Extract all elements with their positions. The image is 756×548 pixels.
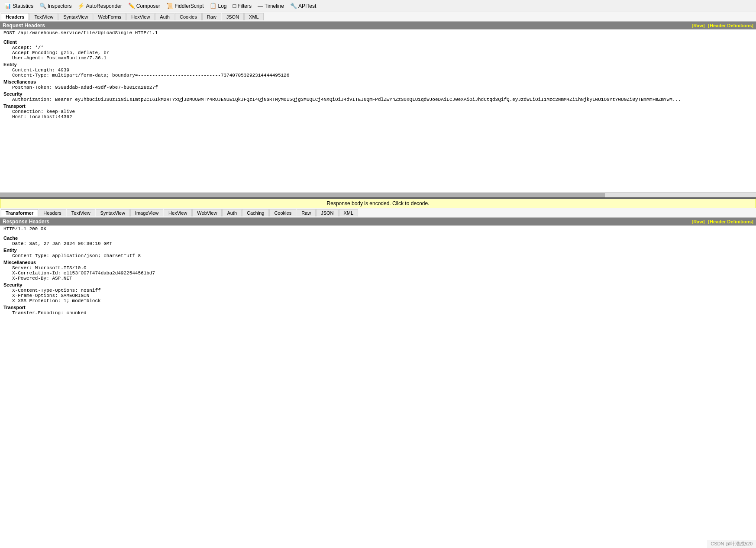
response-section-header: Response Headers Raw Header Definitions	[0, 218, 756, 226]
group-label-miscellaneous: Miscellaneous	[3, 260, 753, 265]
request-line: POST /api/warehouse-service/file/UpLoadS…	[0, 29, 756, 36]
group-label-client: Client	[3, 39, 753, 45]
main-area: HeadersTextViewSyntaxViewWebFormsHexView…	[0, 12, 756, 548]
toolbar-item-fiddlerscript[interactable]: 📜FiddlerScript	[164, 2, 206, 10]
response-tab-xml[interactable]: XML	[339, 209, 359, 216]
response-tab-caching[interactable]: Caching	[242, 209, 269, 216]
response-header-defs-link[interactable]: Header Definitions	[708, 219, 753, 224]
group-label-cache: Cache	[3, 235, 753, 241]
header-item: X-Content-Type-Options: nosniff	[3, 288, 753, 293]
toolbar-item-autoresponder[interactable]: ⚡AutoResponder	[75, 2, 124, 10]
decode-text: Response body is encoded. Click to decod…	[327, 200, 430, 206]
filters-label: Filters	[237, 3, 252, 9]
header-item: Accept-Encoding: gzip, deflate, br	[3, 50, 753, 55]
header-item: Transfer-Encoding: chunked	[3, 310, 753, 316]
request-tab-xml[interactable]: XML	[244, 13, 264, 20]
request-content: POST /api/warehouse-service/file/UpLoadS…	[0, 29, 756, 192]
request-tab-webforms[interactable]: WebForms	[94, 13, 126, 20]
request-tab-cookies[interactable]: Cookies	[175, 13, 202, 20]
header-item: User-Agent: PostmanRuntime/7.36.1	[3, 55, 753, 61]
response-section-title: Response Headers	[3, 219, 49, 225]
status-bar: CSDN @叶浩成520	[707, 540, 756, 548]
decode-bar[interactable]: Response body is encoded. Click to decod…	[0, 198, 756, 208]
response-groups: CacheDate: Sat, 27 Jan 2024 09:30:19 GMT…	[0, 232, 756, 317]
response-raw-link[interactable]: Raw	[692, 219, 705, 224]
request-tab-headers[interactable]: Headers	[1, 13, 29, 20]
group-label-security: Security	[3, 91, 753, 97]
fiddlerscript-label: FiddlerScript	[174, 3, 204, 9]
group-label-miscellaneous: Miscellaneous	[3, 79, 753, 84]
request-tab-bar: HeadersTextViewSyntaxViewWebFormsHexView…	[0, 12, 756, 22]
inspectors-icon: 🔍	[39, 3, 46, 9]
toolbar-item-statistics[interactable]: 📊Statistics	[2, 2, 36, 10]
scrollbar-thumb[interactable]	[0, 193, 605, 197]
response-tab-transformer[interactable]: Transformer	[1, 209, 38, 216]
request-tab-json[interactable]: JSON	[222, 13, 244, 20]
apitest-icon: 🔧	[290, 3, 297, 9]
fiddlerscript-icon: 📜	[166, 3, 173, 9]
response-tab-hexview[interactable]: HexView	[164, 209, 192, 216]
toolbar: 📊Statistics🔍Inspectors⚡AutoResponder✏️Co…	[0, 0, 756, 12]
response-tab-textview[interactable]: TextView	[67, 209, 95, 216]
toolbar-item-timeline[interactable]: —Timeline	[255, 2, 287, 10]
response-tab-webview[interactable]: WebView	[192, 209, 222, 216]
request-header-defs-link[interactable]: Header Definitions	[708, 23, 753, 28]
autoresponder-icon: ⚡	[78, 3, 84, 9]
statistics-icon: 📊	[4, 3, 11, 9]
toolbar-item-filters[interactable]: □Filters	[230, 2, 255, 10]
group-label-transport: Transport	[3, 305, 753, 310]
inspectors-label: Inspectors	[48, 3, 71, 9]
header-item: X-Powered-By: ASP.NET	[3, 276, 753, 281]
response-header-links: Raw Header Definitions	[692, 219, 754, 224]
statistics-label: Statistics	[13, 3, 33, 9]
group-label-entity: Entity	[3, 248, 753, 253]
group-label-entity: Entity	[3, 62, 753, 67]
response-tab-syntaxview[interactable]: SyntaxView	[96, 209, 130, 216]
response-tab-cookies[interactable]: Cookies	[269, 209, 296, 216]
response-tab-raw[interactable]: Raw	[297, 209, 316, 216]
toolbar-item-log[interactable]: 📋Log	[207, 2, 229, 10]
request-section-title: Request Headers	[3, 23, 45, 29]
header-item: Postman-Token: 9388ddab-ad8d-43df-9be7-b…	[3, 85, 753, 90]
log-icon: 📋	[210, 3, 216, 9]
request-panel: HeadersTextViewSyntaxViewWebFormsHexView…	[0, 12, 756, 198]
header-item: Authorization: Bearer eyJhbGciOiJSUzI1Ni…	[3, 97, 753, 102]
response-content: HTTP/1.1 200 OK CacheDate: Sat, 27 Jan 2…	[0, 226, 756, 548]
request-tab-hexview[interactable]: HexView	[126, 13, 155, 20]
response-tab-auth[interactable]: Auth	[222, 209, 242, 216]
response-tab-json[interactable]: JSON	[316, 209, 338, 216]
response-status-line: HTTP/1.1 200 OK	[0, 226, 756, 232]
response-tab-headers[interactable]: Headers	[39, 209, 66, 216]
request-header-links: Raw Header Definitions	[692, 23, 754, 28]
request-tab-raw[interactable]: Raw	[202, 13, 221, 20]
toolbar-item-inspectors[interactable]: 🔍Inspectors	[37, 2, 74, 10]
toolbar-item-composer[interactable]: ✏️Composer	[126, 2, 163, 10]
header-item: X-Correlation-Id: c1153f007f474daba2d492…	[3, 271, 753, 276]
scrollbar-track	[0, 193, 756, 197]
request-scrollbar[interactable]	[0, 192, 756, 197]
filters-icon: □	[233, 3, 236, 9]
timeline-label: Timeline	[265, 3, 284, 9]
header-item: X-Frame-Options: SAMEORIGIN	[3, 293, 753, 298]
header-item: Server: Microsoft-IIS/10.0	[3, 265, 753, 271]
header-item: Accept: */*	[3, 45, 753, 50]
toolbar-item-apitest[interactable]: 🔧APITest	[288, 2, 319, 10]
header-item: X-XSS-Protection: 1; mode=block	[3, 298, 753, 303]
request-tab-syntaxview[interactable]: SyntaxView	[58, 13, 93, 20]
request-tab-auth[interactable]: Auth	[155, 13, 174, 20]
response-panel: TransformerHeadersTextViewSyntaxViewImag…	[0, 208, 756, 548]
response-tab-bar: TransformerHeadersTextViewSyntaxViewImag…	[0, 208, 756, 218]
request-section-header: Request Headers Raw Header Definitions	[0, 22, 756, 29]
header-item: Date: Sat, 27 Jan 2024 09:30:19 GMT	[3, 241, 753, 246]
request-raw-link[interactable]: Raw	[692, 23, 705, 28]
autoresponder-label: AutoResponder	[86, 3, 122, 9]
composer-label: Composer	[136, 3, 160, 9]
request-tab-textview[interactable]: TextView	[29, 13, 58, 20]
header-item: Content-Type: application/json; charset=…	[3, 253, 753, 258]
group-label-transport: Transport	[3, 103, 753, 109]
timeline-icon: —	[258, 3, 263, 9]
group-label-security: Security	[3, 282, 753, 287]
header-item: Content-Length: 4939	[3, 68, 753, 73]
status-text: CSDN @叶浩成520	[711, 541, 753, 546]
response-tab-imageview[interactable]: ImageView	[130, 209, 163, 216]
